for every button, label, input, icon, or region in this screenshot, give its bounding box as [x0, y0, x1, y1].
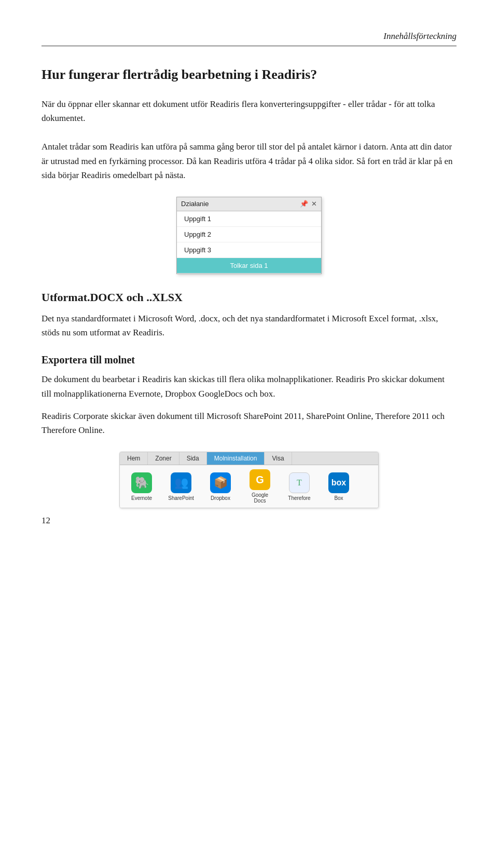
molnet-paragraph-1: De dokument du bearbetar i Readiris kan …: [42, 372, 457, 400]
molnet-paragraph-2: Readiris Corporate skickar även dokument…: [42, 409, 457, 437]
app-toolbar: Hem Zoner Sida Molninstallation Visa 🐘 E…: [119, 452, 379, 508]
dialog-controls: 📌 ✕: [300, 200, 317, 208]
sharepoint-label: SharePoint: [168, 495, 193, 501]
tab-visa: Visa: [265, 452, 292, 465]
dialog-item-2: Uppgift 2: [177, 227, 321, 242]
tab-zoner: Zoner: [148, 452, 179, 465]
header-title: Innehållsförteckning: [383, 31, 457, 41]
main-heading: Hur fungerar flertrådig bearbetning i Re…: [42, 67, 457, 83]
dialog-body: Uppgift 1 Uppgift 2 Uppgift 3 Tolkar sid…: [177, 211, 321, 274]
dialog-title-text: Działanie: [181, 200, 209, 208]
page-number: 12: [42, 516, 50, 526]
paragraph-2: Antalet trådar som Readiris kan utföra p…: [42, 140, 457, 182]
dialog-illustration: Działanie 📌 ✕ Uppgift 1 Uppgift 2 Uppgif…: [42, 197, 457, 274]
docx-heading: Utformat.DOCX och ..XLSX: [42, 291, 457, 304]
dialog-item-3: Uppgift 3: [177, 242, 321, 258]
main-heading-section: Hur fungerar flertrådig bearbetning i Re…: [42, 67, 457, 83]
dialog-item-1: Uppgift 1: [177, 211, 321, 227]
sharepoint-icon: 👥: [171, 472, 191, 493]
header-bar: Innehållsförteckning: [42, 31, 457, 46]
dropbox-icon: 📦: [210, 472, 231, 493]
docx-ext: DOCX och ..XLSX: [90, 291, 182, 304]
tab-hem: Hem: [120, 452, 148, 465]
close-icon: ✕: [311, 200, 317, 208]
evernote-icon: 🐘: [131, 472, 152, 493]
molnet-heading: Exportera till molnet: [42, 354, 457, 366]
sharepoint-icon-item: 👥 SharePoint: [164, 472, 198, 501]
therefore-icon: T: [289, 472, 310, 493]
box-label: Box: [334, 495, 343, 501]
therefore-icon-item: T Therefore: [283, 472, 316, 501]
evernote-label: Evernote: [131, 495, 152, 501]
docx-section: Utformat.DOCX och ..XLSX Det nya standar…: [42, 291, 457, 340]
therefore-label: Therefore: [288, 495, 310, 501]
paragraph-1-section: När du öppnar eller skannar ett dokument…: [42, 97, 457, 125]
docx-paragraph: Det nya standardformatet i Microsoft Wor…: [42, 311, 457, 340]
googledocs-icon: G: [250, 469, 270, 490]
dropbox-icon-item: 📦 Dropbox: [204, 472, 237, 501]
page: Innehållsförteckning Hur fungerar flertr…: [0, 0, 498, 545]
pin-icon: 📌: [300, 200, 308, 208]
tab-molninstallation: Molninstallation: [207, 452, 265, 465]
paragraph-2-section: Antalet trådar som Readiris kan utföra p…: [42, 140, 457, 182]
googledocs-label: GoogleDocs: [252, 492, 268, 504]
googledocs-icon-item: G GoogleDocs: [243, 469, 276, 504]
dialog-item-4: Tolkar sida 1: [177, 258, 321, 274]
evernote-icon-item: 🐘 Evernote: [125, 472, 158, 501]
app-toolbar-tabs: Hem Zoner Sida Molninstallation Visa: [120, 452, 378, 465]
dialog-box: Działanie 📌 ✕ Uppgift 1 Uppgift 2 Uppgif…: [176, 197, 322, 274]
docx-heading-label: Utformat: [42, 291, 87, 304]
tab-sida: Sida: [179, 452, 207, 465]
dropbox-label: Dropbox: [211, 495, 230, 501]
dialog-titlebar: Działanie 📌 ✕: [177, 197, 321, 211]
app-toolbar-illustration: Hem Zoner Sida Molninstallation Visa 🐘 E…: [42, 452, 457, 508]
box-icon-item: box Box: [322, 472, 355, 501]
box-icon: box: [328, 472, 349, 493]
paragraph-1: När du öppnar eller skannar ett dokument…: [42, 97, 457, 125]
molnet-section: Exportera till molnet De dokument du bea…: [42, 354, 457, 437]
app-icons-row: 🐘 Evernote 👥 SharePoint 📦 Dropbox G Goog…: [120, 465, 378, 508]
